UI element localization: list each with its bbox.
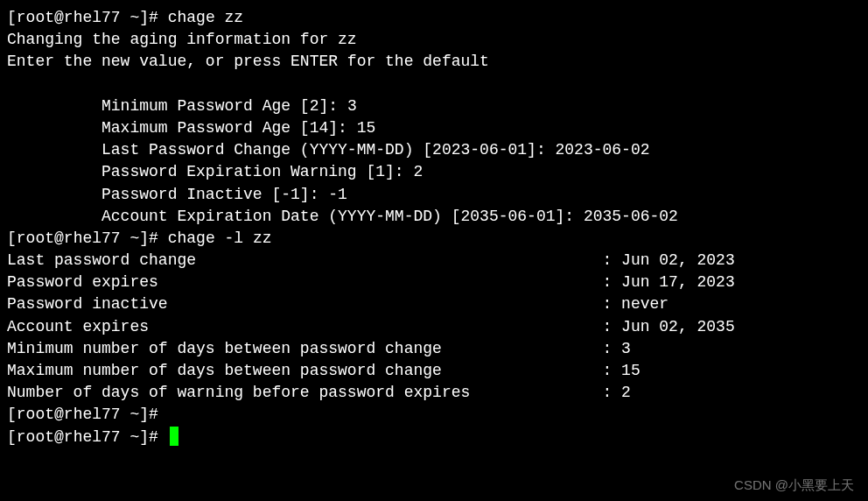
prompt-path: ~ — [130, 9, 139, 26]
field-inactive-value: -1 — [328, 186, 347, 203]
field-inactive: Password Inactive [-1]: -1 — [7, 184, 861, 206]
output-enter: Enter the new value, or press ENTER for … — [7, 51, 861, 73]
field-acct-exp-value: 2035-06-02 — [584, 208, 678, 225]
field-last-change-value: 2023-06-02 — [556, 141, 650, 159]
info-min-days: Minimum number of days between password … — [7, 338, 861, 360]
field-acct-exp-label: Account Expiration Date (YYYY-MM-DD) [20… — [102, 208, 584, 225]
info-pw-expires: Password expires: Jun 17, 2023 — [7, 272, 861, 293]
prompt-line-4[interactable]: [root@rhel77 ~]# — [7, 427, 861, 448]
prompt-user: root — [17, 9, 54, 26]
info-warn-days: Number of days of warning before passwor… — [7, 382, 861, 404]
info-min-days-value: 3 — [621, 338, 631, 360]
info-pw-expires-label: Password expires — [7, 272, 603, 293]
prompt-host: rhel77 — [64, 9, 121, 26]
command-2: chage -l zz — [168, 229, 272, 247]
info-pw-inactive-value: never — [621, 293, 668, 315]
prompt-line-3: [root@rhel77 ~]# — [7, 404, 861, 426]
blank-line — [7, 74, 861, 95]
field-min-age-label: Minimum Password Age [2]: — [102, 97, 347, 115]
prompt-line-1: [root@rhel77 ~]# chage zz — [7, 7, 861, 29]
field-last-change-label: Last Password Change (YYYY-MM-DD) [2023-… — [102, 141, 555, 159]
prompt-symbol: # — [149, 9, 158, 26]
field-max-age: Maximum Password Age [14]: 15 — [7, 117, 861, 139]
info-acct-expires-label: Account expires — [7, 316, 603, 338]
field-warn-label: Password Expiration Warning [1]: — [102, 163, 413, 180]
info-last-change-label: Last password change — [7, 250, 603, 272]
field-inactive-label: Password Inactive [-1]: — [102, 186, 328, 203]
field-max-age-value: 15 — [357, 119, 376, 137]
info-pw-inactive: Password inactive: never — [7, 293, 861, 315]
field-warn-value: 2 — [413, 163, 423, 180]
watermark: CSDN @小黑要上天 — [734, 476, 854, 494]
info-min-days-label: Minimum number of days between password … — [7, 338, 603, 360]
info-warn-days-label: Number of days of warning before passwor… — [7, 382, 603, 404]
cursor-icon — [170, 427, 179, 446]
info-sep: : — [603, 250, 622, 272]
field-warn: Password Expiration Warning [1]: 2 — [7, 161, 861, 183]
info-last-change-value: Jun 02, 2023 — [621, 250, 735, 272]
info-last-change: Last password change: Jun 02, 2023 — [7, 250, 861, 272]
output-changing: Changing the aging information for zz — [7, 29, 861, 51]
field-acct-exp: Account Expiration Date (YYYY-MM-DD) [20… — [7, 206, 861, 228]
field-min-age-value: 3 — [347, 97, 357, 115]
info-max-days-value: 15 — [621, 360, 640, 382]
terminal[interactable]: [root@rhel77 ~]# chage zz Changing the a… — [7, 7, 861, 448]
info-max-days-label: Maximum number of days between password … — [7, 360, 603, 382]
info-pw-expires-value: Jun 17, 2023 — [621, 272, 735, 293]
info-acct-expires-value: Jun 02, 2035 — [621, 316, 735, 338]
field-last-change: Last Password Change (YYYY-MM-DD) [2023-… — [7, 139, 861, 161]
info-warn-days-value: 2 — [621, 382, 631, 404]
prompt-line-2: [root@rhel77 ~]# chage -l zz — [7, 228, 861, 250]
field-max-age-label: Maximum Password Age [14]: — [102, 119, 357, 137]
command-1: chage zz — [168, 9, 243, 26]
info-max-days: Maximum number of days between password … — [7, 360, 861, 382]
info-pw-inactive-label: Password inactive — [7, 293, 603, 315]
info-acct-expires: Account expires: Jun 02, 2035 — [7, 316, 861, 338]
field-min-age: Minimum Password Age [2]: 3 — [7, 95, 861, 117]
